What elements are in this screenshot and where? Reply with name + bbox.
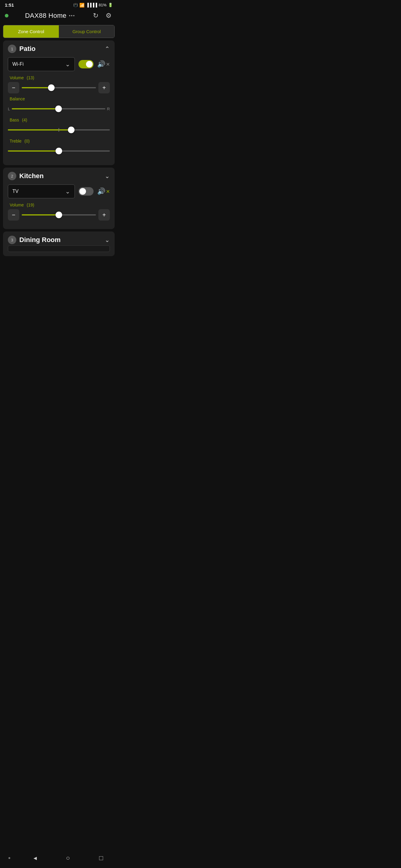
zone-patio-header: 1 Patio ⌃: [8, 44, 110, 53]
battery-text: 81%: [99, 3, 107, 7]
zone-dining-name: Dining Room: [19, 236, 61, 244]
signal-icon: ▐▐▐▐: [86, 3, 97, 7]
speaker-icon-patio: 🔊: [97, 60, 105, 68]
zone-kitchen-source-row: TV ⌄ 🔊 ✕: [8, 184, 110, 198]
zone-kitchen-volume-value: (19): [27, 203, 34, 207]
balance-left-label: L: [8, 107, 10, 111]
app-title-row: DAX88 Home •••: [25, 12, 75, 20]
app-header: DAX88 Home ••• ↻ ⚙: [0, 9, 118, 24]
zone-patio-volume-increase[interactable]: +: [98, 82, 110, 93]
app-title: DAX88 Home: [25, 12, 67, 20]
zone-dining-expand[interactable]: ⌄: [105, 236, 110, 244]
zone-kitchen-header: 2 Kitchen ⌄: [8, 172, 110, 180]
settings-button[interactable]: ⚙: [105, 10, 113, 21]
zone-kitchen-volume-slider[interactable]: [22, 209, 96, 221]
zone-patio-treble-slider[interactable]: [8, 145, 110, 157]
status-icons: 📳 📶 ▐▐▐▐ 81% 🔋: [73, 3, 113, 7]
zone-patio-collapse[interactable]: ⌃: [105, 45, 110, 53]
mute-x-icon-patio: ✕: [106, 61, 110, 67]
zone-card-kitchen: 2 Kitchen ⌄ TV ⌄ 🔊 ✕ Volume (19) −: [3, 167, 115, 229]
toggle-thumb-patio: [86, 61, 93, 67]
connection-status-dot: [5, 14, 8, 18]
vibrate-icon: 📳: [73, 3, 78, 7]
zone-patio-volume-label: Volume (13): [8, 75, 110, 80]
refresh-button[interactable]: ↻: [92, 10, 99, 21]
zone-patio-volume-section: Volume (13) − +: [8, 75, 110, 93]
zone-patio-mute-button[interactable]: 🔊 ✕: [97, 60, 110, 68]
tab-group-control[interactable]: Group Control: [59, 25, 114, 38]
zone-dining-num: 3: [8, 236, 16, 244]
speaker-icon-kitchen: 🔊: [97, 187, 105, 195]
dropdown-arrow-kitchen-icon: ⌄: [65, 188, 70, 195]
zone-kitchen-volume-decrease[interactable]: −: [8, 209, 19, 221]
dropdown-arrow-icon: ⌄: [65, 61, 70, 68]
zone-kitchen-volume-section: Volume (19) − +: [8, 203, 110, 221]
zone-patio-bass-section: Bass (4): [8, 118, 110, 135]
mute-x-icon-kitchen: ✕: [106, 189, 110, 194]
zone-patio-bass-value: (4): [22, 118, 27, 122]
wifi-icon: 📶: [79, 3, 85, 7]
zone-card-patio: 1 Patio ⌃ Wi-Fi ⌄ 🔊 ✕ Volume (13) −: [3, 40, 115, 165]
zone-patio-source-dropdown[interactable]: Wi-Fi ⌄: [8, 57, 75, 71]
zone-patio-treble-section: Treble (0): [8, 138, 110, 157]
zone-patio-balance-slider[interactable]: [12, 103, 105, 115]
zone-kitchen-volume-label: Volume (19): [8, 203, 110, 207]
zone-patio-name: Patio: [19, 45, 36, 53]
zone-patio-volume-value: (13): [27, 75, 34, 80]
zone-kitchen-name: Kitchen: [19, 172, 44, 180]
zone-patio-volume-slider[interactable]: [22, 82, 96, 93]
zone-kitchen-expand[interactable]: ⌄: [105, 173, 110, 180]
more-options-icon[interactable]: •••: [69, 13, 75, 18]
zone-patio-bass-slider[interactable]: [8, 124, 110, 135]
zone-kitchen-source-dropdown[interactable]: TV ⌄: [8, 184, 75, 198]
zone-kitchen-source-text: TV: [12, 189, 19, 194]
zone-patio-treble-label: Treble (0): [8, 138, 110, 144]
zone-kitchen-mute-button[interactable]: 🔊 ✕: [97, 187, 110, 195]
toggle-track-kitchen: [79, 187, 93, 195]
toggle-thumb-kitchen: [79, 188, 86, 195]
toggle-track-patio: [79, 60, 93, 68]
zone-dining-partial-row: [8, 245, 110, 252]
status-bar: 1:51 📳 📶 ▐▐▐▐ 81% 🔋: [0, 0, 118, 9]
zone-patio-power-toggle[interactable]: [79, 60, 93, 68]
zone-patio-volume-row: − +: [8, 82, 110, 93]
zone-kitchen-power-toggle[interactable]: [79, 187, 93, 195]
tab-zone-control[interactable]: Zone Control: [3, 25, 59, 38]
zone-patio-balance-row: L R: [8, 103, 110, 115]
zone-patio-num: 1: [8, 44, 16, 53]
zone-patio-source-text: Wi-Fi: [12, 61, 24, 67]
zone-patio-volume-decrease[interactable]: −: [8, 82, 19, 93]
zone-kitchen-volume-increase[interactable]: +: [98, 209, 110, 221]
zone-kitchen-num: 2: [8, 172, 16, 180]
zone-kitchen-volume-row: − +: [8, 209, 110, 221]
tab-bar: Zone Control Group Control: [3, 25, 115, 38]
zone-patio-treble-value: (0): [24, 138, 30, 144]
status-time: 1:51: [5, 2, 14, 7]
zone-patio-bass-label: Bass (4): [8, 118, 110, 122]
zone-card-dining-room: 3 Dining Room ⌄: [3, 231, 115, 256]
zone-patio-source-row: Wi-Fi ⌄ 🔊 ✕: [8, 57, 110, 71]
balance-right-label: R: [107, 107, 110, 111]
battery-icon: 🔋: [108, 3, 113, 7]
zone-patio-balance-label: Balance: [8, 96, 110, 101]
zone-dining-header: 3 Dining Room ⌄: [8, 236, 110, 244]
zone-patio-balance-section: Balance L R: [8, 96, 110, 115]
zone-dining-source-dropdown-partial[interactable]: [8, 245, 110, 252]
